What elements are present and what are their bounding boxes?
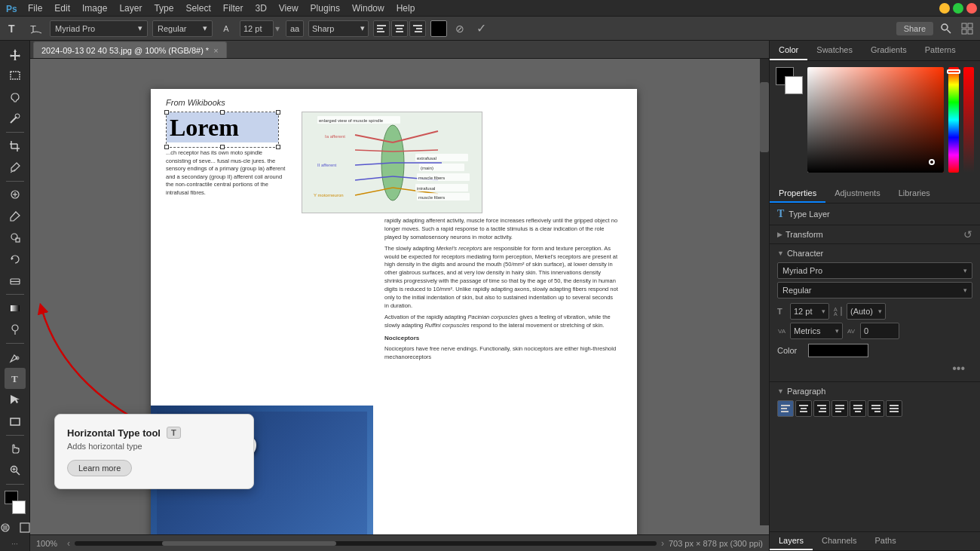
align-right-button[interactable] [409,20,426,37]
pen-tool-button[interactable] [5,347,26,367]
history-brush-tool-button[interactable] [5,249,26,269]
type-tool-button[interactable]: T [5,368,26,388]
paths-tab[interactable]: Paths [866,532,905,550]
share-button[interactable]: Share [896,22,933,35]
eyedropper-tool-button[interactable] [5,157,26,177]
para-justify-left-button[interactable] [831,400,848,417]
menu-help[interactable]: Help [391,2,421,15]
align-center-button[interactable] [391,20,408,37]
char-font-family-selector[interactable]: Myriad Pro ▾ [777,262,972,279]
tooltip-learn-more-button[interactable]: Learn more [67,460,132,476]
horizontal-scroll-thumb[interactable] [162,541,337,546]
clone-stamp-tool-button[interactable] [5,228,26,248]
para-justify-all-button[interactable] [886,400,902,417]
close-button[interactable] [966,3,977,14]
quick-mask-button[interactable] [0,519,14,536]
font-size-input[interactable] [240,20,274,37]
para-align-center-button[interactable] [795,400,812,417]
menu-3d[interactable]: 3D [250,2,271,15]
char-font-style-selector[interactable]: Regular ▾ [777,282,972,298]
select-rect-tool-button[interactable] [5,65,26,85]
char-leading-input[interactable]: (Auto) ▾ [847,303,886,320]
maximize-button[interactable] [953,3,963,14]
horizontal-scrollbar[interactable] [75,541,657,546]
scroll-right-button[interactable]: › [661,538,664,549]
para-align-right-button[interactable] [813,400,830,417]
vertical-scroll-thumb[interactable] [760,82,769,152]
menu-select[interactable]: Select [180,2,216,15]
font-style-selector[interactable]: Regular ▾ [152,20,213,37]
background-swatch[interactable] [785,76,803,94]
layout-button[interactable] [959,20,975,37]
menu-image[interactable]: Image [77,2,112,15]
svg-rect-93 [835,405,844,406]
menu-file[interactable]: File [23,2,47,15]
align-left-button[interactable] [373,20,390,37]
confirm-type-button[interactable]: ✓ [473,20,489,37]
antialiasing-button[interactable]: aa [286,20,304,37]
dodge-tool-button[interactable] [5,319,26,339]
menu-window[interactable]: Window [347,2,390,15]
search-button[interactable] [938,20,954,37]
canvas-wrapper[interactable]: From Wikibooks [30,59,769,534]
paragraph-alignment-buttons [777,400,972,417]
character-header[interactable]: ▼ Character [777,249,972,258]
scroll-left-button[interactable]: ‹ [67,538,70,549]
char-tracking-type-selector[interactable]: Metrics ▾ [790,323,843,339]
zoom-tool-button[interactable] [5,460,26,480]
more-options-button[interactable]: ••• [777,360,972,377]
patterns-tab[interactable]: Patterns [916,41,965,60]
paragraph-header[interactable]: ▼ Paragraph [777,387,972,396]
menu-view[interactable]: View [274,2,304,15]
eraser-tool-button[interactable] [5,271,26,291]
menu-type[interactable]: Type [149,2,179,15]
path-select-tool-button[interactable] [5,390,26,410]
move-tool-button[interactable] [5,44,26,64]
more-tools-button[interactable]: ··· [11,540,17,548]
char-kerning-input[interactable]: 0 [860,323,899,339]
transform-header[interactable]: ▶ Transform [777,230,823,239]
menu-filter[interactable]: Filter [218,2,249,15]
channels-tab[interactable]: Channels [813,532,865,550]
hand-tool-button[interactable] [5,439,26,459]
menu-plugins[interactable]: Plugins [305,2,345,15]
libraries-tab[interactable]: Libraries [890,185,939,203]
gradients-tab[interactable]: Gradients [862,41,916,60]
lasso-tool-button[interactable] [5,87,26,107]
layers-tab[interactable]: Layers [770,532,813,550]
rect-shape-tool-button[interactable] [5,411,26,431]
active-tab[interactable]: 2024-09-13 02 40 53.jpg @ 100% (RGB/8#) … [33,41,227,58]
svg-text:II afferent: II afferent [317,163,337,167]
color-gradient-picker[interactable] [807,67,944,173]
char-tracking-chevron: ▾ [835,327,839,335]
brush-tool-button[interactable] [5,206,26,226]
menu-edit[interactable]: Edit [49,2,75,15]
cancel-type-button[interactable]: ⊘ [452,20,468,37]
properties-tab[interactable]: Properties [770,185,825,203]
para-justify-right-button[interactable] [868,400,884,417]
menu-layer[interactable]: Layer [114,2,147,15]
font-family-selector[interactable]: Myriad Pro ▾ [50,20,148,37]
color-tab[interactable]: Color [770,41,807,60]
swatches-tab[interactable]: Swatches [807,41,862,60]
background-color[interactable] [12,500,26,514]
para-align-left-button[interactable] [777,400,794,417]
para-justify-center-button[interactable] [850,400,866,417]
crop-tool-button[interactable] [5,136,26,156]
close-tab-button[interactable]: × [213,46,218,55]
char-color-swatch[interactable] [808,344,868,357]
gradient-tool-button[interactable] [5,298,26,318]
magic-wand-tool-button[interactable] [5,108,26,128]
svg-rect-36 [11,305,20,311]
transform-reset-button[interactable]: ↺ [963,228,972,240]
minimize-button[interactable] [939,3,950,14]
alpha-bar[interactable] [963,67,974,173]
vertical-scrollbar[interactable] [760,59,769,525]
char-font-size-input[interactable]: 12 pt ▾ [790,303,829,320]
antialiasing-selector[interactable]: Sharp ▾ [308,20,369,37]
spot-heal-tool-button[interactable] [5,185,26,205]
hue-bar[interactable] [948,67,959,173]
adjustments-tab[interactable]: Adjustments [825,185,890,203]
lorem-selection-box: Lorem [166,112,279,148]
text-color-swatch[interactable] [430,20,447,37]
